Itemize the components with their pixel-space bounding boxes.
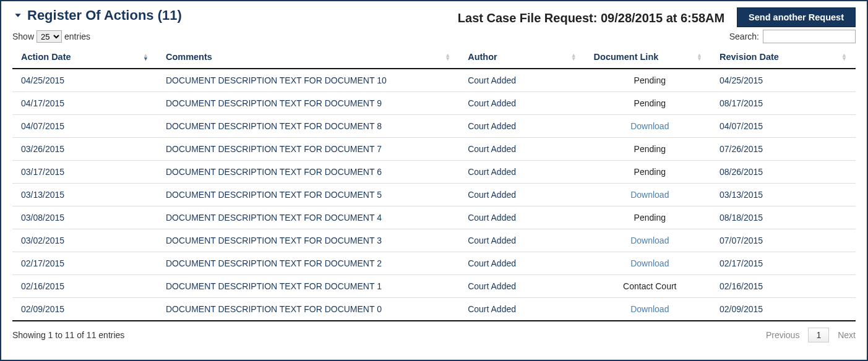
register-of-actions-panel: Register Of Actions (11) Last Case File … [0, 0, 868, 361]
col-header-label: Document Link [594, 52, 659, 62]
cell-comments: DOCUMENT DESCRIPTION TEXT FOR DOCUMENT 1 [157, 275, 459, 298]
table-row: 04/25/2015DOCUMENT DESCRIPTION TEXT FOR … [12, 69, 856, 92]
cell-revision-date: 02/16/2015 [711, 275, 856, 298]
cell-author: Court Added [459, 229, 585, 252]
cell-revision-date: 08/18/2015 [711, 206, 856, 229]
table-row: 03/02/2015DOCUMENT DESCRIPTION TEXT FOR … [12, 229, 856, 252]
col-header-label: Comments [166, 52, 212, 62]
table-row: 04/17/2015DOCUMENT DESCRIPTION TEXT FOR … [12, 92, 856, 115]
panel-title: Register Of Actions (11) [27, 7, 182, 23]
cell-comments: DOCUMENT DESCRIPTION TEXT FOR DOCUMENT 3 [157, 229, 459, 252]
cell-action-date: 03/17/2015 [12, 161, 157, 184]
table-row: 03/17/2015DOCUMENT DESCRIPTION TEXT FOR … [12, 161, 856, 184]
cell-action-date: 03/13/2015 [12, 184, 157, 206]
col-header-author[interactable]: Author ▲▼ [459, 46, 585, 69]
search-input[interactable] [763, 30, 856, 43]
cell-document-link: Pending [585, 206, 711, 229]
cell-document-link: Pending [585, 161, 711, 184]
sort-icon: ▲▼ [143, 53, 148, 61]
sort-icon: ▲▼ [445, 53, 450, 61]
document-status: Pending [634, 98, 666, 108]
send-another-request-button[interactable]: Send another Request [737, 7, 856, 27]
chevron-down-icon[interactable] [12, 10, 24, 21]
download-link[interactable]: Download [630, 190, 669, 200]
col-header-revision-date[interactable]: Revision Date ▲▼ [711, 46, 856, 69]
cell-action-date: 02/09/2015 [12, 298, 157, 321]
cell-document-link: Download [585, 252, 711, 275]
cell-revision-date: 08/26/2015 [711, 161, 856, 184]
cell-comments: DOCUMENT DESCRIPTION TEXT FOR DOCUMENT 1… [157, 69, 459, 92]
cell-action-date: 04/17/2015 [12, 92, 157, 115]
download-link[interactable]: Download [630, 304, 669, 314]
cell-revision-date: 02/17/2015 [711, 252, 856, 275]
cell-comments: DOCUMENT DESCRIPTION TEXT FOR DOCUMENT 4 [157, 206, 459, 229]
cell-revision-date: 04/07/2015 [711, 115, 856, 138]
cell-author: Court Added [459, 138, 585, 161]
cell-author: Court Added [459, 115, 585, 138]
search-label: Search: [729, 32, 759, 41]
cell-action-date: 03/26/2015 [12, 138, 157, 161]
cell-author: Court Added [459, 206, 585, 229]
cell-action-date: 04/25/2015 [12, 69, 157, 92]
cell-author: Court Added [459, 69, 585, 92]
cell-author: Court Added [459, 92, 585, 115]
last-request-text: Last Case File Request: 09/28/2015 at 6:… [458, 10, 724, 25]
col-header-label: Action Date [21, 52, 71, 62]
cell-action-date: 03/02/2015 [12, 229, 157, 252]
table-row: 02/16/2015DOCUMENT DESCRIPTION TEXT FOR … [12, 275, 856, 298]
cell-document-link: Contact Court [585, 275, 711, 298]
cell-comments: DOCUMENT DESCRIPTION TEXT FOR DOCUMENT 9 [157, 92, 459, 115]
pagination: Previous 1 Next [766, 328, 856, 342]
table-row: 02/17/2015DOCUMENT DESCRIPTION TEXT FOR … [12, 252, 856, 275]
actions-table: Action Date ▲▼ Comments ▲▼ Author ▲▼ Doc… [12, 46, 856, 321]
download-link[interactable]: Download [630, 236, 669, 245]
document-status: Contact Court [623, 281, 676, 291]
next-page-button[interactable]: Next [838, 330, 856, 340]
cell-comments: DOCUMENT DESCRIPTION TEXT FOR DOCUMENT 2 [157, 252, 459, 275]
entries-select[interactable]: 25 [37, 30, 62, 43]
cell-document-link: Pending [585, 92, 711, 115]
cell-author: Court Added [459, 161, 585, 184]
document-status: Pending [634, 144, 666, 154]
table-info: Showing 1 to 11 of 11 entries [12, 330, 124, 340]
cell-document-link: Pending [585, 69, 711, 92]
cell-revision-date: 02/09/2015 [711, 298, 856, 321]
cell-action-date: 02/17/2015 [12, 252, 157, 275]
col-header-document-link[interactable]: Document Link ▲▼ [585, 46, 711, 69]
table-row: 03/13/2015DOCUMENT DESCRIPTION TEXT FOR … [12, 184, 856, 206]
cell-action-date: 04/07/2015 [12, 115, 157, 138]
cell-revision-date: 08/17/2015 [711, 92, 856, 115]
document-status: Pending [634, 75, 666, 85]
cell-document-link: Download [585, 229, 711, 252]
cell-action-date: 03/08/2015 [12, 206, 157, 229]
cell-author: Court Added [459, 184, 585, 206]
previous-page-button[interactable]: Previous [766, 330, 799, 340]
cell-comments: DOCUMENT DESCRIPTION TEXT FOR DOCUMENT 0 [157, 298, 459, 321]
table-row: 04/07/2015DOCUMENT DESCRIPTION TEXT FOR … [12, 115, 856, 138]
table-row: 02/09/2015DOCUMENT DESCRIPTION TEXT FOR … [12, 298, 856, 321]
col-header-label: Revision Date [720, 52, 779, 62]
sort-icon: ▲▼ [697, 53, 702, 61]
show-label-suffix: entries [64, 32, 90, 41]
page-number-button[interactable]: 1 [808, 328, 829, 342]
download-link[interactable]: Download [630, 258, 669, 268]
cell-comments: DOCUMENT DESCRIPTION TEXT FOR DOCUMENT 8 [157, 115, 459, 138]
cell-document-link: Pending [585, 138, 711, 161]
entries-length-control: Show 25 entries [12, 30, 90, 43]
cell-author: Court Added [459, 252, 585, 275]
table-row: 03/26/2015DOCUMENT DESCRIPTION TEXT FOR … [12, 138, 856, 161]
cell-action-date: 02/16/2015 [12, 275, 157, 298]
col-header-comments[interactable]: Comments ▲▼ [157, 46, 459, 69]
cell-author: Court Added [459, 298, 585, 321]
cell-revision-date: 04/25/2015 [711, 69, 856, 92]
cell-document-link: Download [585, 184, 711, 206]
cell-comments: DOCUMENT DESCRIPTION TEXT FOR DOCUMENT 5 [157, 184, 459, 206]
document-status: Pending [634, 213, 666, 223]
col-header-label: Author [468, 52, 497, 62]
col-header-action-date[interactable]: Action Date ▲▼ [12, 46, 157, 69]
cell-document-link: Download [585, 115, 711, 138]
cell-comments: DOCUMENT DESCRIPTION TEXT FOR DOCUMENT 6 [157, 161, 459, 184]
cell-document-link: Download [585, 298, 711, 321]
download-link[interactable]: Download [630, 121, 669, 131]
sort-icon: ▲▼ [571, 53, 577, 61]
